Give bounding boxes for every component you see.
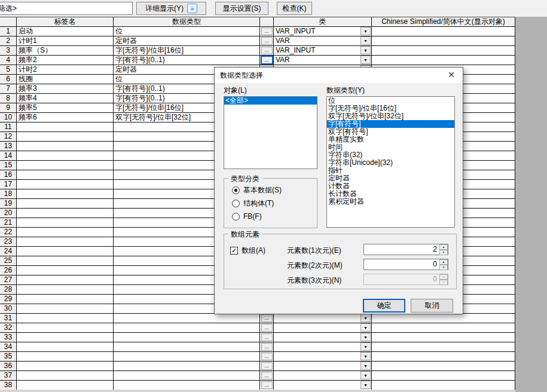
filter-input[interactable] bbox=[0, 2, 133, 15]
object-listbox[interactable]: <全部> bbox=[224, 96, 317, 169]
cell-comment[interactable] bbox=[372, 352, 515, 361]
datatype-picker-button[interactable]: ... bbox=[261, 37, 273, 45]
cell-class[interactable]: ▼ bbox=[274, 314, 372, 323]
cell-datatype[interactable] bbox=[114, 371, 260, 380]
spinner-down-icon[interactable]: ▼ bbox=[439, 280, 448, 285]
cell-label[interactable] bbox=[17, 333, 114, 342]
cell-label[interactable]: 启动 bbox=[17, 27, 114, 36]
cell-label[interactable]: 计时2 bbox=[17, 65, 114, 74]
type-category-radio[interactable]: 基本数据(S) bbox=[232, 185, 282, 195]
cell-datatype[interactable] bbox=[114, 323, 260, 332]
cell-class[interactable]: ▼ bbox=[274, 362, 372, 370]
dropdown-arrow-icon[interactable]: ▼ bbox=[360, 46, 371, 54]
spinner-buttons[interactable]: ▲▼ bbox=[439, 259, 448, 270]
cancel-button[interactable]: 取消 bbox=[411, 299, 453, 313]
cell-datatype[interactable]: 定时器 bbox=[114, 36, 260, 45]
datatype-picker-button[interactable]: ... bbox=[261, 353, 273, 360]
cell-class[interactable]: VAR▼ bbox=[274, 36, 372, 45]
cell-label[interactable] bbox=[17, 151, 114, 160]
cell-label[interactable]: 频率4 bbox=[17, 94, 114, 103]
radio-icon[interactable] bbox=[232, 200, 240, 207]
cell-class[interactable]: VAR_INPUT▼ bbox=[274, 27, 372, 36]
radio-icon[interactable] bbox=[232, 186, 240, 194]
cell-label[interactable] bbox=[17, 266, 114, 275]
cell-label[interactable] bbox=[17, 295, 114, 304]
cell-label[interactable] bbox=[17, 180, 114, 189]
cell-label[interactable] bbox=[17, 132, 114, 141]
element-count-field[interactable]: 0 ▲▼ bbox=[363, 274, 448, 285]
cell-class[interactable]: ▼ bbox=[274, 333, 372, 342]
spinner-down-icon[interactable]: ▼ bbox=[439, 250, 448, 255]
double-chevron-icon[interactable]: » bbox=[187, 4, 197, 13]
cell-datatype[interactable]: 字[无符号]/位串[16位] bbox=[114, 46, 260, 55]
check-button[interactable]: 检查(K) bbox=[277, 2, 312, 15]
datatype-list-item[interactable]: 累积定时器 bbox=[327, 198, 454, 206]
cell-label[interactable]: 频率5 bbox=[17, 103, 114, 112]
cell-comment[interactable] bbox=[372, 333, 515, 342]
datatype-picker-button[interactable]: ... bbox=[261, 56, 273, 64]
cell-label[interactable] bbox=[17, 170, 114, 179]
datatype-picker-button[interactable]: ... bbox=[261, 333, 273, 341]
radio-icon[interactable] bbox=[232, 213, 240, 220]
type-category-radio[interactable]: 结构体(T) bbox=[232, 198, 274, 208]
close-icon[interactable]: ✕ bbox=[440, 68, 463, 83]
cell-comment[interactable] bbox=[372, 56, 515, 65]
cell-comment[interactable] bbox=[372, 46, 515, 55]
spinner-up-icon[interactable]: ▲ bbox=[439, 259, 448, 265]
cell-label[interactable] bbox=[17, 342, 114, 351]
cell-label[interactable] bbox=[17, 237, 114, 246]
dropdown-arrow-icon[interactable]: ▼ bbox=[360, 381, 371, 389]
dropdown-arrow-icon[interactable]: ▼ bbox=[360, 36, 371, 45]
cell-datatype[interactable] bbox=[114, 381, 260, 390]
cell-class[interactable]: ▼ bbox=[274, 323, 372, 332]
cell-class[interactable]: ▼ bbox=[274, 342, 372, 351]
cell-label[interactable] bbox=[17, 122, 114, 131]
datatype-list-item[interactable]: 单精度实数 bbox=[327, 136, 454, 143]
cell-comment[interactable] bbox=[372, 342, 515, 351]
cell-label[interactable] bbox=[17, 371, 114, 380]
cell-label[interactable] bbox=[17, 228, 114, 237]
cell-comment[interactable] bbox=[372, 362, 515, 370]
cell-label[interactable]: 频率6 bbox=[17, 113, 114, 122]
cell-comment[interactable] bbox=[372, 323, 515, 332]
array-checkbox[interactable]: ✓ bbox=[230, 247, 238, 255]
cell-datatype[interactable] bbox=[114, 362, 260, 370]
cell-label[interactable] bbox=[17, 199, 114, 208]
cell-class[interactable]: VAR_INPUT▼ bbox=[274, 46, 372, 55]
cell-label[interactable] bbox=[17, 247, 114, 256]
cell-label[interactable] bbox=[17, 275, 114, 284]
cell-class[interactable]: ▼ bbox=[274, 352, 372, 361]
datatype-picker-button[interactable]: ... bbox=[261, 324, 273, 332]
cell-comment[interactable] bbox=[372, 36, 515, 45]
cell-datatype[interactable] bbox=[114, 333, 260, 342]
spinner-buttons[interactable]: ▲▼ bbox=[439, 274, 448, 284]
cell-label[interactable] bbox=[17, 256, 114, 265]
cell-label[interactable] bbox=[17, 323, 114, 332]
datatype-picker-button[interactable]: ... bbox=[261, 372, 273, 379]
dropdown-arrow-icon[interactable]: ▼ bbox=[360, 342, 371, 351]
dropdown-arrow-icon[interactable]: ▼ bbox=[360, 323, 371, 332]
cell-comment[interactable] bbox=[372, 371, 515, 380]
cell-label[interactable] bbox=[17, 209, 114, 218]
cell-label[interactable] bbox=[17, 304, 114, 313]
spinner-up-icon[interactable]: ▲ bbox=[439, 274, 448, 280]
cell-comment[interactable] bbox=[372, 381, 515, 390]
element-count-field[interactable]: 2 ▲▼ bbox=[363, 244, 448, 255]
cell-label[interactable] bbox=[17, 362, 114, 370]
datatype-picker-button[interactable]: ... bbox=[261, 27, 273, 35]
dropdown-arrow-icon[interactable]: ▼ bbox=[360, 56, 371, 64]
datatype-picker-button[interactable]: ... bbox=[261, 362, 273, 370]
datatype-picker-button[interactable]: ... bbox=[261, 343, 273, 351]
dropdown-arrow-icon[interactable]: ▼ bbox=[360, 371, 371, 379]
dropdown-arrow-icon[interactable]: ▼ bbox=[360, 352, 371, 360]
cell-comment[interactable] bbox=[372, 27, 515, 36]
datatype-picker-button[interactable]: ... bbox=[261, 314, 273, 322]
datatype-picker-button[interactable]: ... bbox=[261, 47, 273, 54]
cell-label[interactable]: 频率（S） bbox=[17, 46, 114, 55]
dropdown-arrow-icon[interactable]: ▼ bbox=[360, 314, 371, 322]
cell-label[interactable] bbox=[17, 142, 114, 151]
ok-button[interactable]: 确定 bbox=[363, 299, 405, 313]
cell-label[interactable] bbox=[17, 161, 114, 170]
cell-label[interactable] bbox=[17, 314, 114, 323]
cell-comment[interactable] bbox=[372, 314, 515, 323]
